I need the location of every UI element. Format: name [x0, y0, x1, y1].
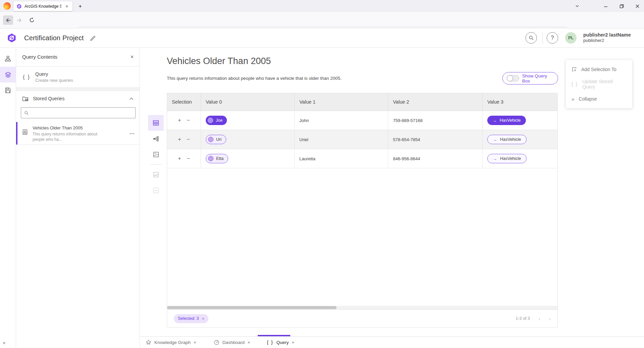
add-selection-icon — [572, 67, 577, 72]
remove-from-selection-icon[interactable]: − — [187, 137, 190, 142]
menu-item-label: Update Stored Query — [582, 79, 627, 90]
window-restore-icon[interactable] — [615, 0, 628, 12]
window-close-icon[interactable] — [631, 0, 644, 12]
relationship-pill[interactable]: → HasVehicle — [487, 154, 527, 163]
entity-label: Joe — [216, 118, 222, 123]
stored-query-item[interactable]: Vehicles Older Than 2005 This query retu… — [16, 122, 140, 145]
column-header-value1[interactable]: Value 1 — [295, 93, 388, 111]
query-create-item[interactable]: { } Query Create new queries — [16, 66, 140, 88]
table-row[interactable]: + − Joe John 759-889-57168 → HasVehicle — [167, 111, 557, 130]
tab-close-icon[interactable]: × — [194, 340, 196, 345]
expand-rail-icon[interactable]: » — [3, 340, 5, 345]
relationship-label: HasVehicle — [500, 137, 521, 142]
next-page-icon[interactable]: › — [549, 316, 551, 322]
add-to-selection-icon[interactable]: + — [178, 156, 181, 161]
table-footer: Selected: 3 × 1-3 of 3 ‹ › — [167, 309, 557, 327]
show-query-box-label: Show Query Box — [522, 73, 554, 83]
tab-dashboard[interactable]: Dashboard × — [209, 337, 255, 348]
scrollbar-thumb[interactable] — [167, 306, 337, 309]
arrow-right-icon: → — [493, 137, 497, 142]
reload-icon[interactable] — [27, 15, 37, 25]
relationship-pill[interactable]: → HasVehicle — [487, 135, 527, 144]
tab-close-icon[interactable]: × — [64, 4, 69, 9]
map-view-icon[interactable] — [148, 147, 164, 162]
back-icon[interactable] — [3, 15, 13, 25]
prev-page-icon[interactable]: ‹ — [539, 316, 540, 322]
help-button[interactable]: ? — [547, 32, 558, 44]
horizontal-scrollbar[interactable] — [167, 306, 557, 309]
screen: ArcGIS Knowledge Studio × + — [0, 0, 644, 348]
more-options-icon[interactable]: … — [129, 129, 135, 135]
entity-pill[interactable]: Joe — [206, 116, 227, 125]
clear-selection-icon[interactable]: × — [202, 316, 205, 321]
column-header-value0[interactable]: Value 0 — [201, 93, 295, 111]
table-header-row: Selection Value 0 Value 1 Value 2 Value … — [167, 93, 557, 111]
cell-value2: 846-956-8644 — [388, 149, 483, 168]
menu-item-update-stored-query[interactable]: { } Update Stored Query — [566, 77, 632, 92]
remove-from-selection-icon[interactable]: − — [187, 156, 190, 161]
cell-value1: Uriel — [295, 130, 388, 149]
stored-queries-search[interactable] — [21, 107, 136, 118]
rail-contents-icon[interactable] — [0, 51, 16, 67]
search-button[interactable] — [526, 32, 537, 44]
app-logo-icon — [7, 33, 17, 43]
relationship-pill[interactable]: → HasVehicle — [487, 116, 526, 125]
chevron-up-icon[interactable] — [129, 97, 134, 100]
tab-close-icon[interactable]: × — [292, 340, 294, 345]
remove-from-selection-icon[interactable]: − — [187, 118, 190, 123]
column-header-value3[interactable]: Value 3 — [483, 93, 557, 111]
avatar[interactable]: PL — [565, 32, 577, 44]
add-to-selection-icon[interactable]: + — [178, 137, 181, 142]
selected-count-label: Selected: 3 — [178, 316, 199, 321]
menu-item-collapse[interactable]: » Collapse — [566, 92, 632, 106]
column-header-selection[interactable]: Selection — [167, 93, 201, 111]
rail-layers-icon[interactable] — [0, 67, 16, 82]
entity-dot-icon — [208, 156, 213, 161]
rail-save-icon[interactable] — [0, 82, 16, 98]
user-info[interactable]: publisher2 lastName publisher2 — [583, 32, 631, 44]
query-item-subtitle: Create new queries — [35, 78, 73, 83]
document-icon — [22, 129, 28, 135]
edit-pencil-icon[interactable] — [90, 35, 96, 41]
active-tab-indicator — [258, 335, 290, 336]
show-query-box-toggle[interactable]: Show Query Box — [502, 72, 558, 84]
tab-label: Query — [277, 340, 289, 345]
tab-knowledge-graph[interactable]: Knowledge Graph × — [141, 337, 201, 348]
table-row[interactable]: + − Uri Uriel 578-654-7854 → HasVehicle — [167, 130, 557, 149]
tab-list-chevron-icon[interactable] — [571, 0, 584, 12]
table-row[interactable]: + − Etta Lauretta 846-956-8644 → HasVehi… — [167, 149, 557, 168]
entity-pill[interactable]: Etta — [206, 154, 228, 163]
relationship-label: HasVehicle — [500, 156, 521, 161]
tab-close-icon[interactable]: × — [248, 340, 250, 345]
forward-icon[interactable] — [14, 15, 24, 25]
stored-queries-header[interactable]: Stored Queries — [16, 91, 140, 106]
project-title: Certification Project — [24, 34, 84, 42]
search-input[interactable] — [32, 110, 132, 115]
panel-close-icon[interactable]: × — [131, 54, 134, 60]
link-chart-view-icon[interactable] — [148, 131, 164, 147]
table-view-icon[interactable] — [148, 115, 164, 131]
selected-count-chip[interactable]: Selected: 3 × — [174, 314, 208, 323]
entity-label: Etta — [216, 156, 224, 161]
entity-pill[interactable]: Uri — [206, 135, 226, 144]
toggle-switch[interactable] — [507, 75, 519, 81]
view-toolbar — [148, 115, 164, 198]
cell-value1: John — [295, 111, 388, 130]
menu-item-add-selection-to[interactable]: Add Selection To — [566, 62, 632, 77]
window-minimize-icon[interactable] — [599, 0, 612, 12]
table-empty-area — [167, 168, 557, 306]
browser-tab[interactable]: ArcGIS Knowledge Studio × — [13, 1, 72, 11]
column-header-value2[interactable]: Value 2 — [388, 93, 483, 111]
selection-map-view-icon[interactable] — [148, 182, 164, 198]
firefox-icon[interactable] — [3, 2, 11, 10]
dashboard-icon — [214, 340, 219, 345]
page-title: Vehicles Older Than 2005 — [167, 56, 271, 66]
add-to-selection-icon[interactable]: + — [178, 118, 181, 123]
map-overlay-view-icon[interactable] — [148, 167, 164, 182]
selected-indicator-bar — [16, 122, 17, 144]
cell-value2: 578-654-7854 — [388, 130, 483, 149]
new-tab-button[interactable]: + — [77, 3, 84, 10]
tab-query[interactable]: { } Query × — [262, 337, 299, 348]
toolbar-divider — [150, 164, 162, 165]
pagination-label: 1-3 of 3 — [516, 316, 530, 321]
